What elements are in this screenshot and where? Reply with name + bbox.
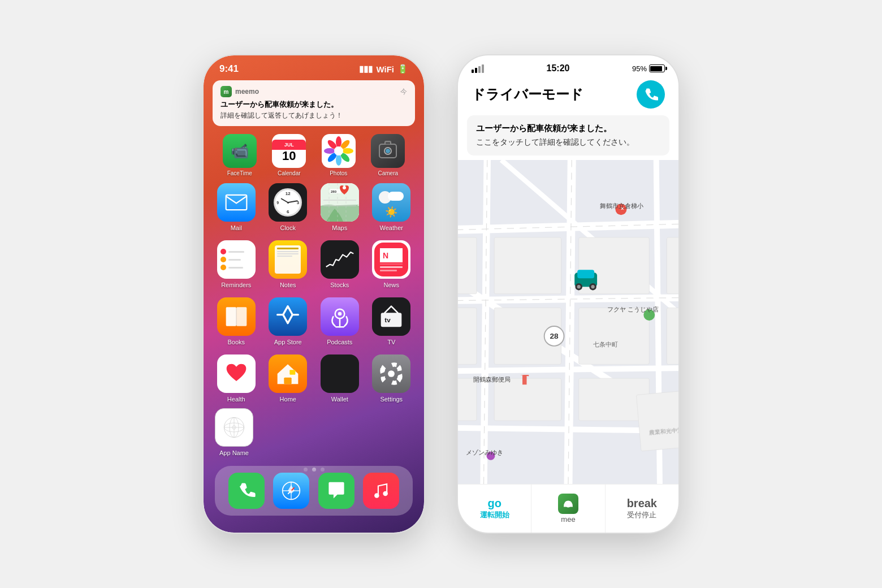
go-label-jp: 運転開始 — [480, 510, 509, 520]
break-label-jp: 受付停止 — [627, 510, 656, 520]
left-status-icons: ▮▮▮ WiFi 🔋 — [359, 64, 408, 74]
mee-button[interactable]: mee — [531, 485, 605, 533]
driver-header: ドライバーモード — [458, 74, 678, 115]
bar3 — [478, 66, 481, 73]
notif-app-icon: m — [220, 86, 232, 97]
notif-header: m meemo 今 — [220, 86, 407, 97]
dock-messages[interactable] — [318, 473, 354, 509]
app-reminders[interactable]: Reminders — [215, 240, 258, 288]
camera-label: Camera — [378, 170, 398, 176]
svg-point-5 — [336, 154, 341, 166]
svg-point-1 — [336, 136, 341, 148]
break-button[interactable]: break 受付停止 — [606, 485, 678, 533]
right-notif-body: ここをタッチして詳細を確認してください。 — [476, 137, 660, 148]
svg-text:×: × — [621, 206, 624, 211]
svg-point-24 — [338, 312, 341, 316]
svg-point-15 — [343, 186, 346, 189]
app-calendar[interactable]: JUL 10 Calendar — [269, 134, 309, 176]
break-label-en: break — [627, 497, 657, 510]
svg-rect-67 — [458, 308, 477, 365]
notes-label: Notes — [280, 282, 296, 288]
app-facetime[interactable]: 📹 FaceTime — [220, 134, 260, 176]
wallet-label: Wallet — [331, 396, 348, 403]
svg-point-88 — [566, 503, 570, 507]
bar4 — [482, 64, 484, 73]
svg-point-3 — [342, 148, 353, 154]
notif-app-info: m meemo — [220, 86, 259, 97]
notif-body: 詳細を確認して返答してあげましょう！ — [220, 111, 407, 120]
svg-line-49 — [484, 160, 487, 484]
svg-text:開鶴森郵便局: 開鶴森郵便局 — [473, 376, 511, 383]
app-weather[interactable]: ☀️ Weather — [370, 183, 413, 231]
home-label: Home — [280, 396, 296, 403]
svg-text:メゾンみゆき: メゾンみゆき — [466, 449, 503, 456]
left-status-time: 9:41 — [219, 63, 239, 75]
custom-app-label: App Name — [219, 449, 249, 456]
app-news[interactable]: N News — [370, 240, 413, 288]
svg-rect-18 — [380, 266, 403, 268]
app-photos[interactable]: Photos — [319, 134, 358, 176]
tv-label: TV — [387, 339, 395, 345]
mail-label: Mail — [231, 224, 242, 231]
app-tv[interactable]: tv TV — [370, 297, 413, 345]
right-notification[interactable]: ユーザーから配車依頼が来ました。 ここをタッチして詳細を確認してください。 — [467, 115, 669, 155]
app-health[interactable]: Health — [215, 354, 258, 403]
app-wallet[interactable]: Wallet — [318, 354, 361, 403]
right-phone: 15:20 95% ドライバーモード ユーザーから配車依頼が来ました。 ここをタ… — [458, 55, 678, 533]
app-settings[interactable]: Settings — [370, 354, 413, 403]
svg-line-50 — [568, 160, 572, 484]
app-appstore[interactable]: App Store — [267, 297, 310, 345]
app-clock[interactable]: 12 3 6 9 Clock — [267, 183, 310, 231]
reminders-label: Reminders — [221, 282, 251, 288]
app-books[interactable]: Books — [215, 297, 258, 345]
svg-rect-68 — [458, 378, 477, 421]
svg-point-76 — [591, 285, 594, 288]
svg-rect-65 — [667, 308, 678, 365]
dock-top: 📹 FaceTime JUL 10 Calendar — [204, 126, 424, 182]
app-camera[interactable]: Camera — [368, 134, 408, 176]
notif-time: 今 — [400, 87, 407, 97]
svg-point-9 — [334, 146, 343, 155]
notification-banner[interactable]: m meemo 今 ユーザーから配車依頼が来ました。 詳細を確認して返答してあげ… — [213, 80, 415, 126]
svg-rect-10 — [226, 195, 247, 210]
bottom-buttons: go 運転開始 mee break 受付停止 — [458, 484, 678, 533]
battery-right: 95% — [632, 64, 665, 73]
left-phone: 9:41 ▮▮▮ WiFi 🔋 m meemo 今 ユーザーから配車依頼が来まし… — [204, 55, 424, 533]
app-mail[interactable]: Mail — [215, 183, 258, 231]
svg-rect-86 — [636, 390, 678, 451]
app-maps[interactable]: 280 Maps — [318, 183, 361, 231]
right-status-time: 15:20 — [547, 63, 570, 74]
svg-rect-58 — [494, 237, 561, 294]
main-container: 9:41 ▮▮▮ WiFi 🔋 m meemo 今 ユーザーから配車依頼が来まし… — [0, 0, 882, 588]
custom-row: App Name — [204, 403, 424, 456]
app-home[interactable]: Home — [267, 354, 310, 403]
app-podcasts[interactable]: Podcasts — [318, 297, 361, 345]
app-notes[interactable]: Notes — [267, 240, 310, 288]
app-custom[interactable]: App Name — [215, 408, 253, 456]
map-area[interactable]: 28 舞鶴市立倉梯小 × フクヤ こうじや店 — [458, 160, 678, 484]
svg-text:tv: tv — [385, 316, 391, 323]
clock-label: Clock — [280, 224, 296, 231]
appstore-label: App Store — [274, 339, 302, 345]
phone-call-button[interactable] — [637, 80, 665, 109]
dock-phone[interactable] — [228, 473, 265, 509]
dock-music[interactable] — [363, 473, 399, 509]
svg-point-75 — [577, 285, 581, 288]
app-stocks[interactable]: Stocks — [318, 240, 361, 288]
facetime-label: FaceTime — [227, 170, 252, 176]
svg-rect-30 — [290, 370, 296, 374]
news-label: News — [383, 282, 399, 288]
svg-point-7 — [324, 148, 335, 154]
svg-rect-64 — [667, 237, 678, 294]
bar1 — [472, 70, 474, 73]
dock-safari[interactable] — [273, 473, 309, 509]
photos-label: Photos — [330, 170, 347, 176]
calendar-label: Calendar — [278, 170, 301, 176]
svg-text:七条中町: 七条中町 — [593, 341, 618, 348]
svg-rect-20 — [226, 307, 236, 326]
go-button[interactable]: go 運転開始 — [458, 485, 531, 533]
right-notif-title: ユーザーから配車依頼が来ました。 — [476, 123, 660, 134]
svg-rect-29 — [284, 378, 292, 384]
svg-point-31 — [388, 370, 395, 377]
svg-text:28: 28 — [550, 332, 559, 340]
